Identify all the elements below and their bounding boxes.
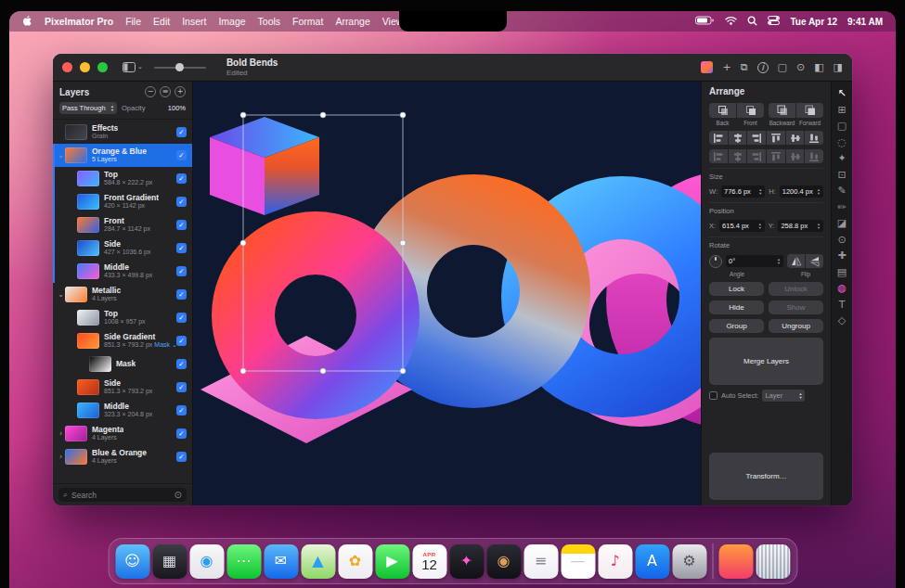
show-button[interactable]: Show: [769, 300, 823, 314]
transform-button[interactable]: Transform…: [709, 453, 823, 500]
align-left-button[interactable]: [709, 131, 728, 145]
type-tool[interactable]: T: [839, 300, 846, 310]
layout-right-button[interactable]: ◨: [834, 61, 843, 73]
layer-visibility-checkbox[interactable]: [176, 243, 187, 253]
shape-tool[interactable]: ◇: [838, 315, 846, 326]
layer-row-top[interactable]: Top1008 × 957 px: [53, 306, 192, 329]
layer-row-magenta[interactable]: ›Magenta4 Layers: [53, 422, 192, 445]
menu-format[interactable]: Format: [292, 16, 323, 27]
dock-notes[interactable]: —: [561, 544, 595, 579]
dock-messages[interactable]: ⋯: [226, 544, 261, 579]
dock-finder[interactable]: ☺: [115, 544, 149, 579]
stepper-icon[interactable]: [777, 258, 781, 265]
layer-row-metallic[interactable]: ⌄Metallic4 Layers: [53, 283, 192, 306]
gradient-tool[interactable]: ▤: [837, 267, 847, 277]
clone-tool[interactable]: ⊙: [837, 235, 846, 245]
selection-handle[interactable]: [320, 112, 326, 118]
dock-safari[interactable]: ◉: [189, 544, 224, 579]
zoom-slider[interactable]: [154, 67, 206, 69]
menu-app-name[interactable]: Pixelmator Pro: [45, 16, 113, 27]
layer-visibility-checkbox[interactable]: [176, 313, 187, 323]
layer-row-middle[interactable]: Middle323.3 × 204.8 px: [53, 399, 192, 422]
fullscreen-button[interactable]: [97, 62, 108, 72]
layer-visibility-checkbox[interactable]: [176, 289, 187, 300]
group-button[interactable]: Group: [709, 319, 764, 333]
menu-file[interactable]: File: [125, 16, 141, 27]
layer-row-side-gradient[interactable]: Side Gradient851.3 × 793.2 px Mask ⌄: [53, 329, 192, 352]
selection-handle[interactable]: [320, 368, 326, 374]
layer-visibility-checkbox[interactable]: [176, 220, 187, 230]
marquee-select-tool[interactable]: ▢: [837, 121, 847, 131]
align-top-button[interactable]: [767, 131, 785, 145]
front-button[interactable]: [737, 103, 764, 118]
pointer-tool[interactable]: ↖: [837, 88, 846, 98]
eraser-tool[interactable]: ◪: [837, 218, 847, 228]
distribute-bottom-button[interactable]: [805, 149, 823, 163]
layer-row-middle[interactable]: Middle433.3 × 499.8 px: [53, 260, 192, 283]
distribute-top-button[interactable]: [767, 149, 785, 163]
merge-layers-button[interactable]: Merge Layers: [709, 338, 823, 385]
pencil-tool[interactable]: ✏: [837, 202, 846, 212]
auto-select-dropdown[interactable]: Layer: [762, 390, 805, 402]
height-field[interactable]: 1200.4 px: [780, 185, 823, 198]
layer-row-mask[interactable]: Mask: [53, 352, 192, 376]
layer-visibility-checkbox[interactable]: [176, 266, 187, 276]
wifi-icon[interactable]: [725, 16, 737, 27]
quick-select-tool[interactable]: ✦: [837, 153, 846, 163]
close-button[interactable]: [62, 62, 72, 72]
layer-row-effects[interactable]: EffectsGrain: [53, 121, 192, 144]
menu-edit[interactable]: Edit: [153, 16, 170, 27]
y-field[interactable]: 258.8 px: [778, 220, 823, 232]
apple-menu-icon[interactable]: [22, 15, 32, 29]
chevron-down-icon[interactable]: ⌄: [57, 151, 65, 160]
dock-maps[interactable]: ▲: [301, 544, 335, 579]
layer-visibility-checkbox[interactable]: [176, 428, 187, 439]
opacity-value[interactable]: 100%: [168, 104, 186, 112]
dock-system-settings[interactable]: ⚙: [672, 544, 706, 579]
search-filter-icon[interactable]: ⊙: [175, 490, 182, 500]
chevron-right-icon[interactable]: ›: [57, 429, 65, 438]
insert-button[interactable]: +: [722, 61, 730, 73]
flip-horizontal-button[interactable]: [787, 254, 805, 268]
flip-vertical-button[interactable]: [806, 254, 823, 268]
forward-button[interactable]: [796, 103, 823, 118]
selection-handle[interactable]: [240, 368, 246, 374]
selection-handle[interactable]: [400, 240, 406, 246]
dock-calendar[interactable]: APR12: [412, 544, 446, 579]
photo-browser-button[interactable]: ⧉: [741, 61, 748, 73]
layer-row-side[interactable]: Side427 × 1036.6 px: [53, 236, 192, 260]
dock-trash[interactable]: [756, 544, 790, 579]
sidebar-toggle-button[interactable]: ⌄: [123, 62, 143, 72]
auto-select-checkbox[interactable]: [709, 391, 718, 400]
layer-visibility-checkbox[interactable]: [176, 173, 187, 184]
layout-left-button[interactable]: ◧: [814, 61, 823, 73]
info-button[interactable]: i: [757, 62, 769, 73]
layer-row-top[interactable]: Top584.8 × 222.2 px: [53, 167, 192, 190]
battery-icon[interactable]: [695, 16, 715, 27]
layer-row-side[interactable]: Side851.3 × 793.2 px: [53, 376, 192, 399]
ungroup-button[interactable]: Ungroup: [769, 319, 823, 333]
unlock-button[interactable]: Unlock: [769, 282, 823, 296]
dock-photomator[interactable]: ◉: [486, 544, 521, 579]
stepper-icon[interactable]: [758, 188, 762, 196]
angle-field[interactable]: 0°: [726, 255, 783, 267]
color-fill-tool[interactable]: ◍: [837, 283, 847, 293]
mask-link[interactable]: Mask ⌄: [152, 341, 176, 348]
canvas[interactable]: [193, 82, 701, 505]
more-button[interactable]: ⊙: [796, 61, 805, 73]
layer-visibility-checkbox[interactable]: [176, 405, 187, 415]
distribute-middle-v-button[interactable]: [786, 149, 805, 163]
rotate-knob[interactable]: [709, 255, 722, 268]
dock-mail[interactable]: ✉: [264, 544, 298, 579]
hide-button[interactable]: Hide: [709, 300, 764, 314]
lasso-select-tool[interactable]: ◌: [837, 137, 847, 147]
layer-row-front-gradient[interactable]: Front Gradient420 × 1142 px: [53, 190, 192, 213]
width-field[interactable]: 776.6 px: [721, 185, 765, 198]
layer-visibility-checkbox[interactable]: [176, 336, 187, 346]
dock-facetime[interactable]: ▶: [375, 544, 409, 579]
layer-row-blue-orange[interactable]: ›Blue & Orange4 Layers: [53, 445, 192, 468]
stepper-icon[interactable]: [817, 223, 821, 230]
align-bottom-button[interactable]: [805, 131, 823, 145]
layer-row-front[interactable]: Front284.7 × 1142 px: [53, 213, 192, 236]
selection-handle[interactable]: [400, 112, 406, 118]
